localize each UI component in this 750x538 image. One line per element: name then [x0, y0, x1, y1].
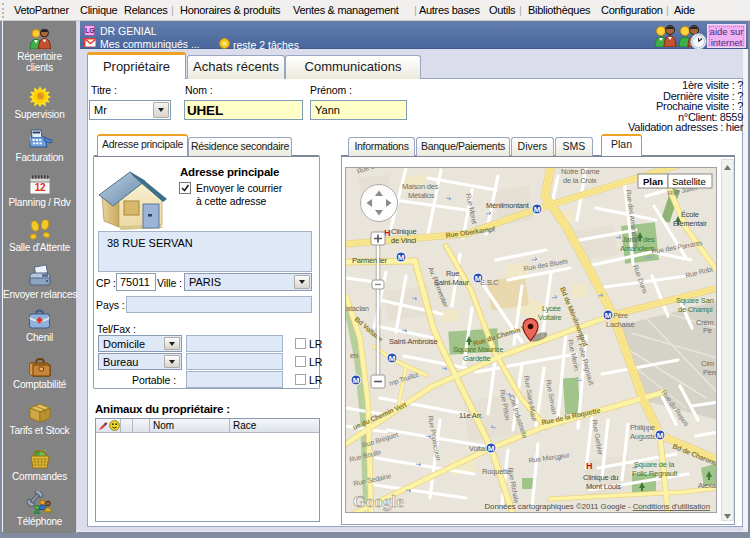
- svg-text:Notre Dame: Notre Dame: [561, 168, 599, 176]
- svg-text:Maison des: Maison des: [402, 182, 439, 191]
- svg-text:Gardette: Gardette: [463, 354, 491, 363]
- svg-text:Square de la: Square de la: [634, 460, 675, 469]
- svg-text:M: M: [398, 253, 405, 262]
- svg-text:Mont Louis: Mont Louis: [586, 482, 621, 491]
- svg-text:Alexa: Alexa: [698, 481, 717, 490]
- svg-text:de Champl: de Champl: [678, 305, 713, 314]
- svg-text:Google: Google: [353, 493, 404, 511]
- svg-text:Père: Père: [613, 311, 628, 320]
- svg-text:Données cartographiques ©2011: Données cartographiques ©2011 Google - C…: [484, 502, 710, 511]
- svg-text:Plan: Plan: [643, 176, 663, 187]
- svg-text:Lycée: Lycée: [542, 304, 561, 313]
- svg-text:M: M: [389, 354, 396, 363]
- svg-text:École: École: [681, 210, 699, 219]
- svg-text:Lachaise: Lachaise: [606, 320, 634, 329]
- svg-text:Square San: Square San: [676, 296, 714, 305]
- svg-text:Parmentier: Parmentier: [352, 256, 387, 265]
- svg-text:11e Arr.: 11e Arr.: [459, 411, 483, 420]
- svg-text:Square Maurice: Square Maurice: [453, 345, 503, 354]
- svg-text:12: 12: [34, 182, 45, 193]
- svg-text:H: H: [586, 461, 593, 471]
- svg-text:Auguste: Auguste: [630, 432, 656, 441]
- svg-text:Elementair: Elementair: [673, 219, 708, 228]
- svg-text:M: M: [605, 311, 612, 320]
- svg-text:Saint-Ambroise: Saint-Ambroise: [389, 337, 437, 346]
- svg-text:Cim: Cim: [701, 359, 714, 368]
- svg-text:de la Croix: de la Croix: [563, 176, 597, 185]
- svg-text:Folic Regnault: Folic Regnault: [632, 469, 678, 478]
- svg-text:Rue: Rue: [446, 269, 459, 278]
- svg-text:ataclan: ataclan: [346, 304, 369, 313]
- svg-text:M: M: [353, 376, 360, 385]
- svg-text:Ménilmontant: Ménilmontant: [486, 201, 530, 210]
- svg-text:Philippe: Philippe: [630, 423, 655, 432]
- svg-text:Clinique: Clinique: [391, 227, 417, 236]
- svg-text:en: en: [350, 351, 358, 360]
- svg-text:Clinique du: Clinique du: [583, 473, 618, 482]
- svg-text:M: M: [475, 274, 482, 283]
- svg-text:Pè: Pè: [703, 326, 712, 335]
- svg-text:Métallos: Métallos: [408, 191, 435, 200]
- svg-text:M: M: [488, 444, 495, 453]
- svg-text:Satellite: Satellite: [672, 176, 706, 187]
- svg-text:de Vinci: de Vinci: [391, 236, 416, 245]
- svg-text:Père: Père: [703, 368, 717, 377]
- svg-text:Voltaire: Voltaire: [538, 313, 561, 322]
- svg-text:Roquette: Roquette: [482, 467, 511, 476]
- svg-text:M: M: [534, 205, 541, 214]
- svg-text:M: M: [657, 431, 664, 440]
